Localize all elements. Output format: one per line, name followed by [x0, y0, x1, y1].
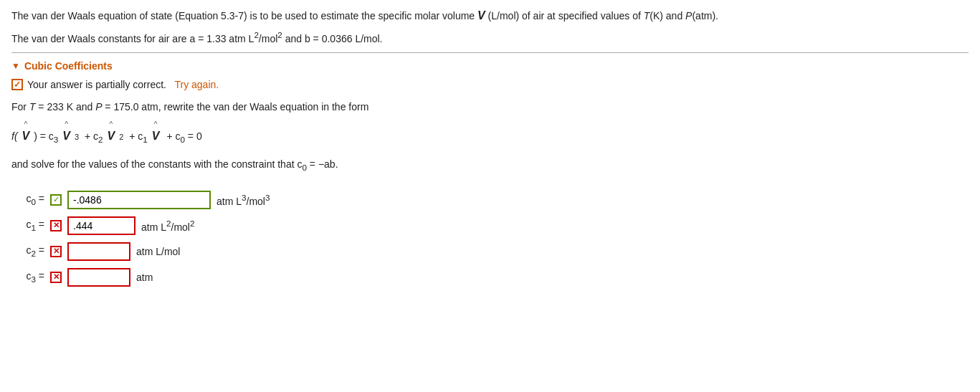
- unit-c0: atm L3/mol3: [217, 193, 270, 207]
- input-c1[interactable]: [67, 216, 135, 235]
- input-c2[interactable]: [67, 242, 130, 261]
- unit-c1: atm L2/mol2: [141, 219, 194, 233]
- incorrect-icon-c2: ✕: [50, 246, 62, 257]
- T-symbol: T: [644, 10, 650, 21]
- V-symbol: V: [477, 9, 485, 21]
- section-title: Cubic Coefficients: [24, 60, 113, 72]
- eq-V4: ^ V: [152, 125, 160, 148]
- input-row-c3: c3 = ✕ atm: [19, 268, 969, 287]
- divider: [11, 52, 969, 53]
- input-c3[interactable]: [67, 268, 130, 287]
- status-row: ✓ Your answer is partially correct. Try …: [11, 79, 969, 90]
- input-row-c1: c1 = ✕ atm L2/mol2: [19, 216, 969, 235]
- eq-V1: ^ V: [22, 125, 30, 148]
- input-row-c2: c2 = ✕ atm L/mol: [19, 242, 969, 261]
- problem-text: For T = 233 K and P = 175.0 atm, rewrite…: [11, 99, 969, 115]
- unit-c3: atm: [136, 272, 153, 283]
- equation-display: f( ^ V ) = c3 ^ V 3 + c2 ^ V 2 + c1 ^ V …: [11, 125, 969, 148]
- unit-c2: atm L/mol: [136, 246, 180, 257]
- eq-sup2: 2: [119, 129, 123, 145]
- incorrect-icon-c3: ✕: [50, 272, 62, 283]
- P-symbol: P: [685, 10, 692, 21]
- coeff-label-c3: c3 =: [19, 270, 44, 284]
- input-row-c0: c0 = ✓ atm L3/mol3: [19, 191, 969, 209]
- intro-line2: The van der Waals constants for air are …: [11, 29, 969, 47]
- eq-V2: ^ V: [62, 125, 70, 148]
- eq-plus1: + c2: [82, 126, 103, 148]
- input-c0[interactable]: [67, 191, 211, 209]
- coeff-label-c0: c0 =: [19, 193, 44, 206]
- status-text: Your answer is partially correct. Try ag…: [27, 79, 219, 90]
- coeff-label-c1: c1 =: [19, 219, 44, 232]
- correct-icon-c0: ✓: [50, 194, 62, 206]
- eq-rhs1: ) = c3: [34, 126, 58, 148]
- eq-lhs: f(: [11, 126, 18, 146]
- incorrect-icon-c1: ✕: [50, 220, 62, 231]
- inputs-section: c0 = ✓ atm L3/mol3 c1 = ✕ atm L2/mol2 c2…: [19, 191, 969, 288]
- intro-line1: The van der Waals equation of state (Equ…: [11, 7, 969, 24]
- eq-plus3: + c0 = 0: [164, 126, 202, 148]
- eq-plus2: + c1: [126, 126, 147, 148]
- coeff-label-c2: c2 =: [19, 244, 44, 258]
- solve-text: and solve for the values of the constant…: [11, 156, 969, 174]
- section-header: ▼ Cubic Coefficients: [11, 60, 969, 72]
- partial-correct-icon: ✓: [11, 79, 23, 90]
- collapse-icon[interactable]: ▼: [11, 61, 20, 71]
- eq-V3: ^ V: [108, 125, 115, 148]
- try-again-link[interactable]: Try again.: [174, 79, 219, 90]
- eq-sup3: 3: [75, 129, 79, 145]
